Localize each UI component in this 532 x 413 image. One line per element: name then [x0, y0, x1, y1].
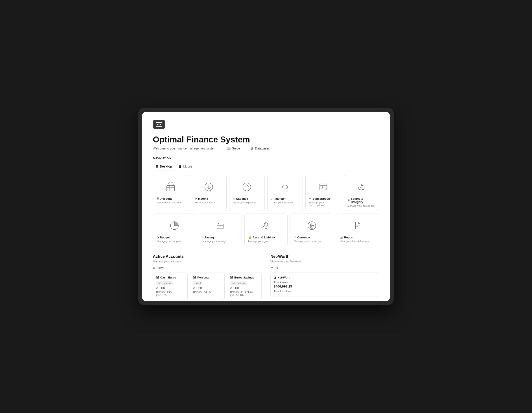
total-assets-value: $406,993.25: [274, 284, 376, 288]
navigation-section-title: Navigation: [153, 156, 379, 160]
report-icon: [340, 218, 375, 234]
source-category-desc: Manage your categories: [347, 205, 375, 207]
subscription-label-icon: ⟳: [309, 197, 311, 200]
currency-label-icon: ⊙: [294, 236, 296, 239]
net-worth-subtitle: View your total Net-worth: [270, 260, 379, 263]
page-title: Optimal Finance System: [153, 135, 379, 144]
transfer-label-icon: ⇄: [271, 197, 273, 200]
nav-card-saving[interactable]: ▪ Saving Manage your savings: [199, 214, 242, 246]
svg-marker-16: [322, 187, 324, 188]
source-category-label: Source & Category: [351, 197, 375, 204]
guide-link[interactable]: 📖 Guide: [227, 147, 240, 150]
screen: Optimal Finance System Welcome to your f…: [142, 112, 390, 301]
account-balance-personal: Balance: $4,659: [193, 291, 221, 294]
page-subtitle: Welcome to your finance management syste…: [153, 147, 216, 150]
currency-desc: Manage your currencies: [294, 240, 330, 243]
asset-liability-icon: $: [248, 218, 284, 234]
subscription-desc: Manage your subscriptions: [309, 201, 337, 206]
active-accounts-section: Active Accounts Manage your accounts ⊙ A…: [153, 254, 262, 300]
nav-grid-row2: ◑ Budget Manage your budgets: [153, 214, 379, 246]
account-badge-cash-euros: International: [156, 281, 173, 285]
account-name-cash-euros: Cash Euros: [160, 276, 176, 279]
account-badge-personal: Local: [193, 281, 202, 285]
account-name-euros-savings: Euros Savings: [234, 276, 254, 279]
saving-desc: Manage your savings: [202, 240, 238, 243]
account-bank-icon-personal: 🏛: [193, 276, 196, 279]
budget-label: Budget: [160, 236, 170, 239]
transfer-icon: [271, 179, 299, 195]
nav-card-subscription[interactable]: ⟳ Subscription Manage your subscriptions: [305, 175, 341, 211]
currency-label: Currency: [297, 236, 310, 239]
account-desc: Manage your accounts: [157, 201, 185, 204]
nav-card-account[interactable]: 🏛 Account Manage your accounts: [153, 175, 188, 211]
nav-card-transfer[interactable]: ⇄ Transfer Track your transfers: [267, 175, 303, 211]
nav-card-asset-liability[interactable]: $ 🔒 Asset & Liability Manage your goods: [244, 214, 288, 246]
transfer-desc: Track your transfers: [271, 201, 299, 204]
report-label-icon: 📊: [340, 236, 343, 239]
account-icon: [157, 179, 185, 195]
subscription-icon: [309, 179, 337, 195]
svg-rect-4: [167, 186, 175, 191]
nav-card-expense[interactable]: ⊖ Expense Track your expenses: [229, 175, 265, 211]
svg-text:$: $: [265, 223, 266, 226]
account-name-personal: Personal: [197, 276, 209, 279]
nav-grid-row1: 🏛 Account Manage your accounts: [153, 175, 379, 211]
transfer-label: Transfer: [274, 197, 285, 200]
expense-label: Expense: [236, 197, 248, 200]
account-badge-euros-savings: International: [230, 281, 247, 285]
income-label-icon: ⊕: [195, 197, 197, 200]
bottom-section: Active Accounts Manage your accounts ⊙ A…: [153, 254, 379, 300]
net-worth-card[interactable]: ◑ Net-Worth Total Assets $406,993.25 Tot…: [270, 272, 379, 297]
accounts-filter-row: ⊙ Active: [153, 266, 262, 270]
svg-point-18: [358, 187, 361, 189]
databases-icon: 🗄: [251, 147, 254, 150]
account-card-euros-savings[interactable]: 🏛 Euros Savings International ⊕ EUR Bala…: [227, 272, 262, 300]
expense-label-icon: ⊖: [233, 197, 235, 200]
nav-card-budget[interactable]: ◑ Budget Manage your budgets: [153, 214, 196, 246]
databases-link[interactable]: 🗄 Databases: [251, 147, 270, 150]
budget-label-icon: ◑: [157, 236, 159, 239]
report-label: Report: [344, 236, 353, 239]
account-card-personal[interactable]: 🏛 Personal Local ⊕ USD Balance: $4,659: [190, 272, 225, 300]
tab-mobile[interactable]: 📱 Mobile: [175, 163, 195, 170]
income-icon: [195, 179, 223, 195]
svg-rect-23: [217, 224, 223, 229]
navigation-tabs: 🖥 Desktop 📱 Mobile: [153, 163, 379, 170]
active-filter-icon: ⊙: [153, 266, 155, 270]
nav-card-income[interactable]: ⊕ Income Track your income: [191, 175, 226, 211]
desktop-icon: 🖥: [155, 165, 159, 168]
networth-card-icon: ◑: [274, 276, 276, 279]
account-balance-euros-savings: Balance: €5,471.46 ($6,032.48): [230, 291, 258, 297]
tab-desktop[interactable]: 🖥 Desktop: [153, 163, 175, 170]
saving-label-icon: ▪: [202, 236, 203, 239]
active-filter-label: Active: [157, 266, 164, 270]
budget-desc: Manage your budgets: [157, 240, 192, 243]
logo-bar: [153, 120, 379, 129]
account-bank-icon: 🏛: [156, 276, 159, 279]
subscription-label: Subscription: [313, 197, 330, 200]
networth-filter-row: ≔ All: [270, 266, 379, 270]
asset-liability-label-icon: 🔒: [248, 236, 251, 239]
asset-liability-label: Asset & Liability: [253, 236, 275, 239]
currency-icon-personal: ⊕: [193, 287, 195, 290]
account-label: Account: [160, 197, 172, 200]
nav-card-source-category[interactable]: ⊕ Source & Category Manage your categori…: [344, 175, 379, 211]
saving-label: Saving: [204, 236, 214, 239]
account-bank-icon-savings: 🏛: [230, 276, 233, 279]
active-accounts-subtitle: Manage your accounts: [153, 260, 262, 263]
currency-icon: [294, 218, 330, 234]
accounts-grid: 🏛 Cash Euros International ⊕ EUR Balance…: [153, 272, 262, 300]
net-worth-title: Net-Worth: [270, 254, 379, 259]
nav-card-currency[interactable]: ⊙ Currency Manage your currencies: [290, 214, 333, 246]
nav-card-report[interactable]: 📊 Report View your financial reports: [336, 214, 379, 246]
income-desc: Track your income: [195, 201, 223, 204]
main-content: Optimal Finance System Welcome to your f…: [142, 112, 390, 301]
account-card-cash-euros[interactable]: 🏛 Cash Euros International ⊕ EUR Balance…: [153, 272, 188, 300]
guide-icon: 📖: [227, 147, 230, 150]
total-assets-label: Total Assets: [274, 281, 376, 284]
svg-point-1: [157, 124, 158, 125]
svg-point-3: [160, 124, 161, 125]
net-worth-section: Net-Worth View your total Net-worth ≔ Al…: [270, 254, 379, 300]
device-frame: Optimal Finance System Welcome to your f…: [138, 108, 394, 305]
networth-filter-icon: ≔: [270, 266, 273, 270]
